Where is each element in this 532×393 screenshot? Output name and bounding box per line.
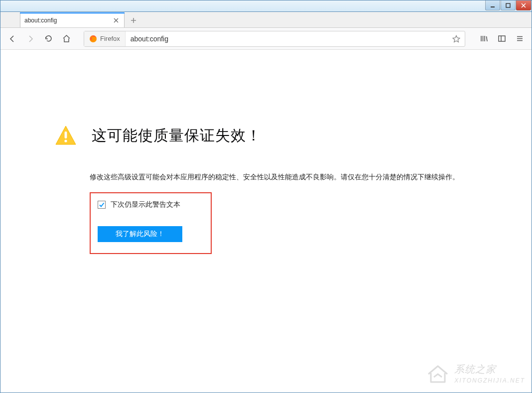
svg-rect-5 bbox=[65, 131, 67, 138]
watermark-subtext: XITONGZHIJIA.NET bbox=[454, 377, 525, 384]
svg-point-6 bbox=[64, 139, 67, 142]
firefox-icon bbox=[89, 35, 97, 43]
window-maximize-button[interactable] bbox=[501, 0, 516, 10]
toolbar-right bbox=[475, 31, 528, 47]
sidebar-icon[interactable] bbox=[493, 31, 510, 47]
checkbox-icon bbox=[98, 201, 106, 209]
watermark-text: 系统之家 bbox=[454, 363, 525, 376]
watermark-text-wrap: 系统之家 XITONGZHIJIA.NET bbox=[454, 363, 525, 384]
tab-close-icon[interactable] bbox=[112, 16, 120, 24]
checkbox-label: 下次仍显示此警告文本 bbox=[111, 200, 180, 209]
home-button[interactable] bbox=[58, 31, 75, 47]
url-bar[interactable]: Firefox bbox=[84, 31, 465, 47]
warning-header: 这可能使质量保证失效！ bbox=[55, 125, 532, 146]
url-input[interactable] bbox=[126, 31, 448, 46]
library-icon[interactable] bbox=[475, 31, 492, 47]
warning-description: 修改这些高级设置可能会对本应用程序的稳定性、安全性以及性能造成不良影响。请仅在您… bbox=[90, 171, 488, 183]
bookmark-star-icon[interactable] bbox=[448, 31, 465, 46]
window-close-button[interactable] bbox=[516, 0, 531, 10]
identity-box[interactable]: Firefox bbox=[84, 31, 126, 46]
window-titlebar bbox=[0, 0, 532, 12]
menu-icon[interactable] bbox=[511, 31, 528, 47]
tab-strip: about:config bbox=[0, 12, 532, 28]
window-minimize-button[interactable] bbox=[485, 0, 500, 10]
svg-rect-1 bbox=[506, 3, 510, 7]
highlight-box: 下次仍显示此警告文本 我了解此风险！ bbox=[90, 192, 212, 254]
warning-title: 这可能使质量保证失效！ bbox=[92, 126, 262, 146]
svg-rect-0 bbox=[491, 6, 495, 7]
window-controls bbox=[485, 0, 532, 11]
identity-label: Firefox bbox=[100, 35, 120, 42]
accept-risk-button[interactable]: 我了解此风险！ bbox=[98, 226, 182, 242]
warning-triangle-icon bbox=[55, 125, 77, 146]
back-button[interactable] bbox=[4, 31, 21, 47]
svg-rect-3 bbox=[499, 36, 505, 41]
forward-button[interactable] bbox=[22, 31, 39, 47]
tab-about-config[interactable]: about:config bbox=[20, 12, 125, 27]
tab-title: about:config bbox=[24, 17, 112, 24]
show-warning-checkbox[interactable]: 下次仍显示此警告文本 bbox=[98, 200, 204, 209]
new-tab-button[interactable] bbox=[127, 13, 140, 27]
reload-button[interactable] bbox=[40, 31, 57, 47]
house-icon bbox=[426, 363, 449, 384]
watermark: 系统之家 XITONGZHIJIA.NET bbox=[426, 363, 525, 384]
content-area: 这可能使质量保证失效！ 修改这些高级设置可能会对本应用程序的稳定性、安全性以及性… bbox=[0, 50, 532, 254]
toolbar: Firefox bbox=[0, 28, 532, 50]
